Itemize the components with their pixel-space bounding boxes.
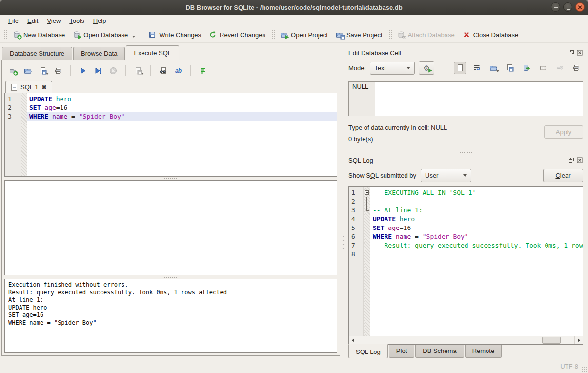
format-sql-button[interactable] <box>198 65 208 76</box>
dropdown-caret-icon[interactable] <box>132 36 135 38</box>
new-database-button[interactable]: New Database <box>9 29 69 41</box>
sql-code-area[interactable]: UPDATE hero SET age=16 WHERE name = "Spi… <box>27 93 337 176</box>
open-sql-file-icon <box>24 67 32 75</box>
attach-database-button: Attach Database <box>393 29 459 41</box>
chevron-down-icon <box>463 174 467 177</box>
close-button[interactable] <box>575 2 585 12</box>
close-tab-icon[interactable]: ✖ <box>41 84 46 91</box>
open-sql-file-button[interactable] <box>22 65 33 76</box>
resize-grip[interactable] <box>581 366 587 372</box>
print-cell-button[interactable] <box>570 62 582 74</box>
menu-help[interactable]: Help <box>89 16 111 26</box>
set-null-icon <box>556 64 564 72</box>
cell-value-editor[interactable]: NULL <box>348 81 583 116</box>
log-line: -- EXECUTING ALL IN 'SQL 1' <box>370 188 583 197</box>
save-project-button[interactable]: Save Project <box>332 29 386 41</box>
scrollbar-thumb[interactable] <box>542 337 561 344</box>
close-database-button[interactable]: Close Database <box>459 29 523 41</box>
tab-remote[interactable]: Remote <box>465 345 502 358</box>
log-line: -- <box>370 197 583 206</box>
revert-changes-button[interactable]: Revert Changes <box>205 29 269 41</box>
code-line: SET age=16 <box>27 104 337 112</box>
scroll-right-arrow[interactable] <box>574 336 583 344</box>
auto-complete-icon: ab <box>175 67 181 74</box>
cell-size-text: 0 byte(s) <box>348 134 537 144</box>
menu-edit[interactable]: Edit <box>23 16 42 26</box>
tab-sql-log[interactable]: SQL Log <box>348 344 388 358</box>
open-in-external-button[interactable] <box>520 62 532 74</box>
new-tab-button[interactable] <box>7 65 18 76</box>
copy-link-button[interactable] <box>537 62 549 74</box>
code-line: UPDATE hero <box>27 95 337 104</box>
sql-log-code[interactable]: -- EXECUTING ALL IN 'SQL 1' -- -- At lin… <box>370 187 583 336</box>
fold-collapse-icon[interactable] <box>365 190 369 195</box>
fold-margin[interactable] <box>364 187 370 336</box>
menu-bar: File Edit View Tools Help <box>0 15 588 27</box>
cell-value-content[interactable] <box>375 82 583 116</box>
log-line: -- Result: query executed successfully. … <box>370 241 583 250</box>
tab-execute-sql[interactable]: Execute SQL <box>126 45 179 60</box>
auto-switch-mode-button[interactable]: ⚙ <box>419 61 434 75</box>
horizontal-scrollbar[interactable] <box>349 336 583 344</box>
save-sql-file-button[interactable] <box>38 65 48 76</box>
attach-database-icon <box>397 31 405 39</box>
menu-file[interactable]: File <box>4 16 23 26</box>
tab-browse-data[interactable]: Browse Data <box>73 47 125 60</box>
sql-editor[interactable]: 1 2 3 UPDATE hero SET age=16 WHERE name … <box>4 93 337 177</box>
export-arrow-icon <box>523 64 530 72</box>
word-wrap-button[interactable] <box>470 62 483 74</box>
edit-cell-title: Edit Database Cell <box>348 49 567 57</box>
submitted-by-select[interactable]: User <box>421 169 471 182</box>
tab-database-structure[interactable]: Database Structure <box>2 47 72 60</box>
close-dock-button[interactable] <box>576 49 583 56</box>
scrollbar-track[interactable] <box>357 336 574 344</box>
toolbar-grip[interactable] <box>271 29 275 40</box>
new-tab-icon <box>9 67 17 75</box>
scroll-left-arrow[interactable] <box>349 336 357 344</box>
sql-log-viewer[interactable]: 12 34 56 78 -- EXECUTING ALL IN 'SQL 1' … <box>348 186 583 345</box>
title-bar[interactable]: DB Browser for SQLite - /home/user/code/… <box>0 0 588 15</box>
toolbar-grip[interactable] <box>3 29 7 40</box>
execute-all-icon <box>79 67 87 75</box>
minimize-button[interactable] <box>551 2 560 12</box>
close-dock-button[interactable] <box>576 157 583 164</box>
panel-splitter[interactable] <box>343 236 344 237</box>
write-changes-button[interactable]: Write Changes <box>144 29 205 41</box>
text-mode-button[interactable] <box>454 62 466 74</box>
open-project-button[interactable]: Open Project <box>276 29 332 41</box>
execution-status-log[interactable]: Execution finished without errors.Result… <box>4 279 337 353</box>
dropdown-caret-icon[interactable] <box>496 70 499 72</box>
export-cell-data-button[interactable] <box>504 62 516 74</box>
editor-results-splitter[interactable] <box>4 177 337 180</box>
menu-tools[interactable]: Tools <box>65 16 88 26</box>
maximize-button[interactable] <box>563 2 572 12</box>
mode-select[interactable]: Text <box>370 62 415 75</box>
dropdown-caret-icon[interactable] <box>46 73 49 75</box>
results-log-splitter[interactable] <box>4 275 337 279</box>
tab-plot[interactable]: Plot <box>389 345 414 358</box>
open-database-button[interactable]: Open Database <box>69 29 139 41</box>
float-dock-button[interactable] <box>568 49 575 56</box>
float-dock-button[interactable] <box>568 157 575 164</box>
auto-complete-button[interactable]: ab <box>173 65 183 76</box>
tab-db-schema[interactable]: DB Schema <box>415 345 464 358</box>
sql-log-controls: Show SQL submitted by User Clear <box>348 168 583 183</box>
execute-all-button[interactable] <box>78 65 88 76</box>
find-replace-icon <box>159 67 167 75</box>
toolbar-separator <box>142 29 142 40</box>
sql-tab-1[interactable]: SQL 1 ✖ <box>5 81 52 93</box>
toolbar-grip[interactable] <box>388 29 392 40</box>
menu-view[interactable]: View <box>42 16 65 26</box>
clear-log-button[interactable]: Clear <box>543 169 583 182</box>
dock-splitter[interactable] <box>348 150 583 155</box>
cell-editor-toolbar: Mode: Text ⚙ <box>348 60 583 76</box>
results-table-area[interactable] <box>4 180 337 275</box>
print-icon <box>572 64 580 72</box>
execute-current-line-button[interactable] <box>93 65 103 76</box>
print-button[interactable] <box>53 65 63 76</box>
find-replace-button[interactable] <box>158 65 168 76</box>
app-window: DB Browser for SQLite - /home/user/code/… <box>0 0 588 373</box>
cell-type-text: Type of data currently in cell: NULL <box>348 123 537 132</box>
import-cell-data-button[interactable] <box>487 62 499 74</box>
link-icon <box>539 64 547 72</box>
